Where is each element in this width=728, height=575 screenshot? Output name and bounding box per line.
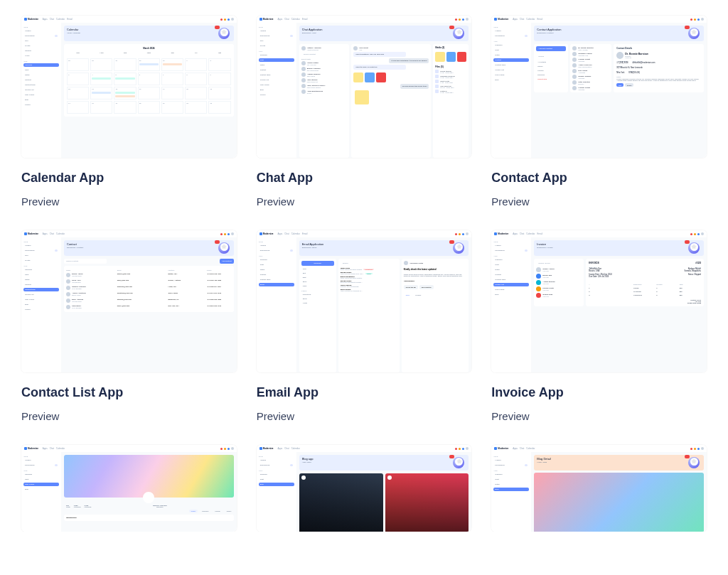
preview-link[interactable]: Preview [21, 195, 237, 208]
invoice-item[interactable]: James Andrew#INV-120 [536, 267, 582, 272]
folder-item[interactable]: Spam [301, 280, 334, 283]
thumb-blog-detail[interactable]: ModernizeAppsChatCalendar HOME Modern eC… [491, 445, 707, 532]
preview-link[interactable]: Preview [491, 410, 707, 422]
folder-item[interactable]: Trash [301, 284, 334, 287]
file-row[interactable]: custom.js2 MB · 2 Dec 2024 [435, 90, 466, 93]
preview-link[interactable]: Preview [257, 195, 472, 208]
calendar-cell[interactable]: 14 [161, 87, 183, 100]
label-item[interactable]: Promotional [301, 293, 334, 296]
notif-icon[interactable] [220, 18, 223, 21]
tab-gallery[interactable]: Gallery [225, 510, 234, 512]
sidebar-item[interactable]: General [23, 49, 59, 53]
calendar-cell[interactable]: 19 [114, 101, 136, 114]
calendar-cell[interactable]: 4 [90, 72, 112, 85]
folder-item[interactable]: Inbox [301, 267, 334, 270]
email-item[interactable]: Michael KnightHave you ever noticed how … [341, 272, 397, 274]
add-contact-button[interactable]: Add Contact [220, 259, 234, 264]
compose-button[interactable]: Compose [301, 261, 334, 266]
table-row[interactable]: Olivia AllenWeb Designerallen@mail.comSy… [66, 278, 232, 284]
table-row[interactable]: Isabella AndersonUX/UI Designeranderson@… [66, 284, 232, 291]
table-row[interactable]: Emma AdamsWeb Developeradams@mail.comBos… [66, 272, 232, 278]
sidebar-item[interactable]: Contact table [23, 83, 59, 87]
thumb-contact[interactable]: ModernizeAppsChatCalendarEmail HOME Mode… [491, 16, 707, 158]
folder-item[interactable]: Sent [301, 272, 334, 274]
contact-item[interactable]: Dr. Bonnie BarstowSales Manager [572, 46, 609, 50]
sidebar-item[interactable]: Crypto [23, 44, 59, 48]
chat-contact[interactable]: Bianca AndersonNice looking dress [301, 67, 347, 71]
blog-card[interactable]: Early Black Friday Amazon deals: cheap T… [299, 473, 383, 532]
invoice-item[interactable]: Bianca Doe#INV-125 [536, 274, 582, 279]
image-icon[interactable] [365, 72, 375, 82]
filter-item[interactable]: Starred [536, 65, 566, 68]
calendar-cell[interactable]: 26 [90, 58, 112, 71]
image-icon[interactable] [457, 52, 466, 62]
contact-item[interactable]: Rick WrightAccounting [572, 69, 609, 73]
calendar-cell[interactable]: 16 [208, 87, 230, 100]
delete-button[interactable]: Delete [625, 83, 633, 87]
search-input[interactable]: Search [341, 261, 397, 266]
tab-followers[interactable]: Followers [200, 510, 210, 512]
thumb-invoice[interactable]: ModernizeAppsChatCalendarEmail HOME Mode… [491, 230, 707, 372]
calendar-cell[interactable]: 21 [161, 101, 183, 114]
preview-link[interactable]: Preview [21, 410, 237, 422]
image-icon[interactable] [353, 72, 363, 82]
sidebar-item[interactable]: Modern [23, 29, 59, 33]
thumb-chat[interactable]: ModernizeAppsChatCalendarEmail HOME Mode… [257, 16, 472, 158]
calendar-cell[interactable]: 2 [208, 58, 230, 71]
sidebar-item[interactable]: Contact [23, 78, 59, 82]
calendar-cell[interactable]: 10 [67, 87, 89, 100]
email-item[interactable]: Mickey BrownHave you tried our template … [341, 289, 397, 291]
chat-contact[interactable]: Alena BoultenhouseTyping… [301, 90, 347, 94]
chat-contact[interactable]: Andrew JohnsonSent a photo [301, 72, 347, 77]
calendar-cell[interactable]: 25 [67, 58, 89, 71]
file-row[interactable]: service-task.pdf2 MB · 2 Dec 2024 [435, 70, 466, 73]
email-item[interactable]: Harvey SpectreProbably the best template [341, 284, 397, 287]
label-item[interactable]: Social [301, 297, 334, 300]
calendar-cell[interactable]: 20 [138, 101, 160, 114]
search-input[interactable]: Search [536, 54, 566, 59]
contact-item[interactable]: Michael KnightMarketing [572, 58, 609, 62]
calendar-cell[interactable]: 12 [114, 87, 136, 100]
folder-item[interactable]: Draft [301, 276, 334, 279]
calendar-cell[interactable]: 27 [114, 58, 136, 71]
preview-link[interactable]: Preview [491, 195, 707, 208]
sidebar-item[interactable]: User Profile [23, 93, 59, 97]
thumb-profile[interactable]: ModernizeAppsChatCalendar HOME Modern eC… [21, 445, 237, 532]
contact-item[interactable]: Sledge HammerMarketing [572, 75, 609, 79]
tab-friends[interactable]: Friends [213, 510, 222, 512]
filter-item[interactable]: Engineers [536, 73, 566, 76]
calendar-cell[interactable]: 1 [185, 58, 207, 71]
cart-icon[interactable] [228, 18, 230, 21]
contact-item[interactable]: Jonathan HigginsMarketing HOD [572, 52, 609, 56]
calendar-cell[interactable]: 29 [161, 58, 183, 71]
email-item[interactable]: Bianca MacdowellsKindly check this lates… [341, 276, 397, 279]
nav-item[interactable]: Calendar [56, 18, 65, 21]
nav-item[interactable]: Email [67, 18, 73, 21]
thumb-calendar[interactable]: Modernize Apps Chat Calendar Email HOME … [21, 16, 237, 158]
chat-contact[interactable]: Mark StrokesLorem ipsum text [301, 78, 347, 82]
forward-button[interactable]: Forward [413, 293, 423, 296]
calendar-cell[interactable]: 9 [208, 72, 230, 85]
thumb-email[interactable]: ModernizeAppsChatCalendarEmail HOME Mode… [257, 230, 472, 372]
file-row[interactable]: about-us.htm1 KB · 2 Dec 2024 [435, 80, 466, 83]
calendar-cell[interactable]: 17 [67, 101, 89, 114]
attachment[interactable]: service-task.pdf [404, 285, 418, 289]
calendar-cell[interactable]: 15 [185, 87, 207, 100]
sidebar-item[interactable]: Blog [23, 98, 59, 102]
nav-item[interactable]: Chat [50, 18, 54, 21]
contact-item[interactable]: Peter ThorntonEngineer [572, 80, 609, 85]
calendar-cell[interactable]: 8 [185, 72, 207, 85]
edit-button[interactable]: Edit [616, 83, 623, 87]
calendar-cell[interactable]: 13 [138, 87, 160, 100]
search-input[interactable]: Search Invoice [536, 261, 582, 266]
calendar-cell[interactable]: 5 [114, 72, 136, 85]
chat-contact[interactable]: Michell FlintoffYou: Hello ago [301, 61, 347, 65]
filter-item[interactable]: All Contacts [536, 60, 566, 63]
table-row[interactable]: Amelia ArmstrongEthical Hackerarmstrong@… [66, 291, 232, 297]
image-icon[interactable] [355, 90, 369, 104]
sidebar-item[interactable]: Pricing [23, 103, 59, 107]
reply-button[interactable]: Reply [404, 293, 412, 296]
thumb-blog[interactable]: ModernizeAppsChatCalendar HOME Modern eC… [257, 445, 472, 532]
calendar-cell[interactable]: 6 [138, 72, 160, 85]
label-item[interactable]: Health [301, 301, 334, 304]
